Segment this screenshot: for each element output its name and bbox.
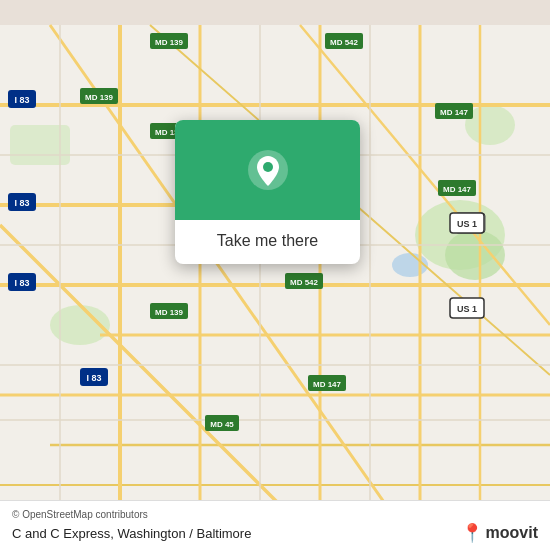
location-pin-icon — [246, 148, 290, 192]
popup-header — [175, 120, 360, 220]
svg-text:MD 542: MD 542 — [290, 278, 319, 287]
svg-text:MD 139: MD 139 — [85, 93, 114, 102]
svg-text:MD 147: MD 147 — [443, 185, 472, 194]
svg-text:US 1: US 1 — [457, 219, 477, 229]
location-name: C and C Express, Washington / Baltimore — [12, 526, 251, 541]
svg-text:MD 147: MD 147 — [313, 380, 342, 389]
location-popup: Take me there — [175, 120, 360, 264]
moovit-brand-text: moovit — [486, 524, 538, 542]
svg-text:I 83: I 83 — [14, 95, 29, 105]
popup-bottom: Take me there — [175, 220, 360, 264]
svg-text:US 1: US 1 — [457, 304, 477, 314]
svg-text:I 83: I 83 — [14, 278, 29, 288]
svg-point-2 — [445, 230, 505, 280]
svg-text:I 83: I 83 — [86, 373, 101, 383]
moovit-pin-icon: 📍 — [461, 522, 483, 544]
map-container: I 83 I 83 I 83 I 83 MD 139 MD 139 MD 139… — [0, 0, 550, 550]
svg-point-6 — [392, 253, 428, 277]
svg-point-65 — [263, 162, 273, 172]
map-background: I 83 I 83 I 83 I 83 MD 139 MD 139 MD 139… — [0, 0, 550, 550]
svg-text:MD 45: MD 45 — [210, 420, 234, 429]
svg-text:MD 139: MD 139 — [155, 308, 184, 317]
moovit-logo: 📍 moovit — [461, 522, 538, 544]
take-me-there-button[interactable]: Take me there — [187, 230, 348, 252]
svg-text:MD 139: MD 139 — [155, 38, 184, 47]
map-attribution: © OpenStreetMap contributors — [12, 509, 538, 520]
bottom-row: C and C Express, Washington / Baltimore … — [12, 522, 538, 544]
bottom-bar: © OpenStreetMap contributors C and C Exp… — [0, 500, 550, 550]
svg-text:MD 542: MD 542 — [330, 38, 359, 47]
svg-text:MD 147: MD 147 — [440, 108, 469, 117]
svg-rect-5 — [10, 125, 70, 165]
svg-text:I 83: I 83 — [14, 198, 29, 208]
